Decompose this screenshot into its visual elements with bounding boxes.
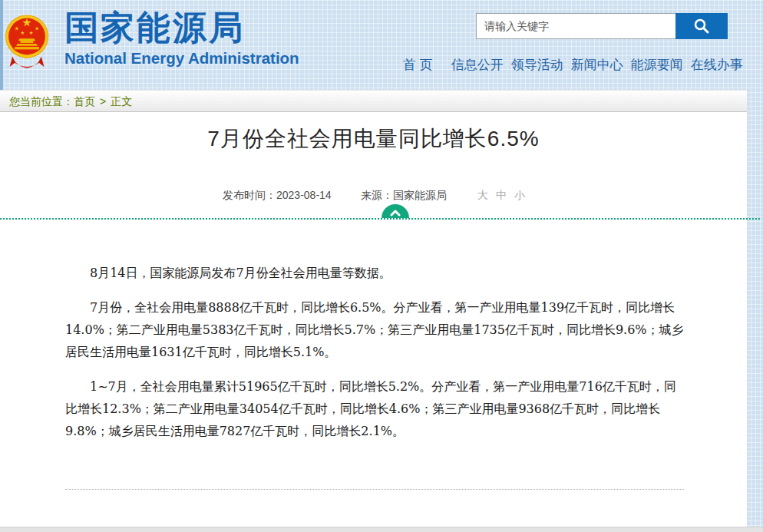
article-body: 8月14日，国家能源局发布7月份全社会用电量等数据。 7月份，全社会用电量888… <box>65 262 684 454</box>
site-title[interactable]: 国家能源局 National Energy Administration <box>64 10 299 68</box>
green-dotted-divider <box>0 218 760 220</box>
national-emblem-logo[interactable] <box>4 12 50 73</box>
nav-item-online-services[interactable]: 在线办事 <box>691 56 743 74</box>
nav-item-info-disclosure[interactable]: 信息公开 <box>451 56 504 74</box>
article-paragraph: 1~7月，全社会用电量累计51965亿千瓦时，同比增长5.2%。分产业看，第一产… <box>65 375 684 442</box>
site-title-zh: 国家能源局 <box>64 10 299 45</box>
article-meta: 发布时间：2023-08-14 来源：国家能源局 大中小 <box>0 189 747 204</box>
nav-item-energy-news[interactable]: 能源要闻 <box>631 56 683 74</box>
breadcrumb-separator: > <box>100 95 106 107</box>
publish-label: 发布时间： <box>223 189 276 201</box>
search-input[interactable] <box>476 13 675 39</box>
source-value: 国家能源局 <box>393 189 447 201</box>
nav-item-news-center[interactable]: 新闻中心 <box>571 56 623 74</box>
page: 国家能源局 National Energy Administration 首 页… <box>0 0 763 532</box>
font-size-small-button[interactable]: 小 <box>514 189 525 201</box>
publish-time: 发布时间：2023-08-14 <box>223 189 332 203</box>
main-nav: 首 页 信息公开 领导活动 新闻中心 能源要闻 在线办事 <box>403 56 733 74</box>
article-title: 7月份全社会用电量同比增长6.5% <box>0 124 747 154</box>
article-paragraph: 8月14日，国家能源局发布7月份全社会用电量等数据。 <box>65 262 684 284</box>
nav-item-leadership[interactable]: 领导活动 <box>511 56 563 74</box>
header-left-accent <box>0 0 3 90</box>
site-header: 国家能源局 National Energy Administration 首 页… <box>0 0 763 90</box>
article-paragraph: 7月份，全社会用电量8888亿千瓦时，同比增长6.5%。分产业看，第一产业用电量… <box>65 296 684 363</box>
search-box <box>476 13 728 39</box>
font-size-medium-button[interactable]: 中 <box>496 189 507 201</box>
font-size-controls: 大中小 <box>477 189 533 203</box>
search-icon <box>692 17 711 35</box>
publish-date: 2023-08-14 <box>276 189 332 201</box>
breadcrumb: 您当前位置：首页>正文 <box>0 90 747 112</box>
source-label: 来源： <box>361 189 393 201</box>
breadcrumb-label: 您当前位置： <box>9 95 74 107</box>
chevron-up-icon <box>389 209 401 216</box>
article-source: 来源：国家能源局 <box>361 189 447 203</box>
search-button[interactable] <box>675 13 728 39</box>
font-size-large-button[interactable]: 大 <box>477 189 488 201</box>
nav-item-home[interactable]: 首 页 <box>403 56 433 74</box>
footer-top-bar <box>0 527 763 532</box>
site-title-en: National Energy Administration <box>64 49 299 68</box>
breadcrumb-home-link[interactable]: 首页 <box>74 95 95 107</box>
bottom-dotted-divider <box>65 489 684 490</box>
breadcrumb-current: 正文 <box>111 95 132 107</box>
